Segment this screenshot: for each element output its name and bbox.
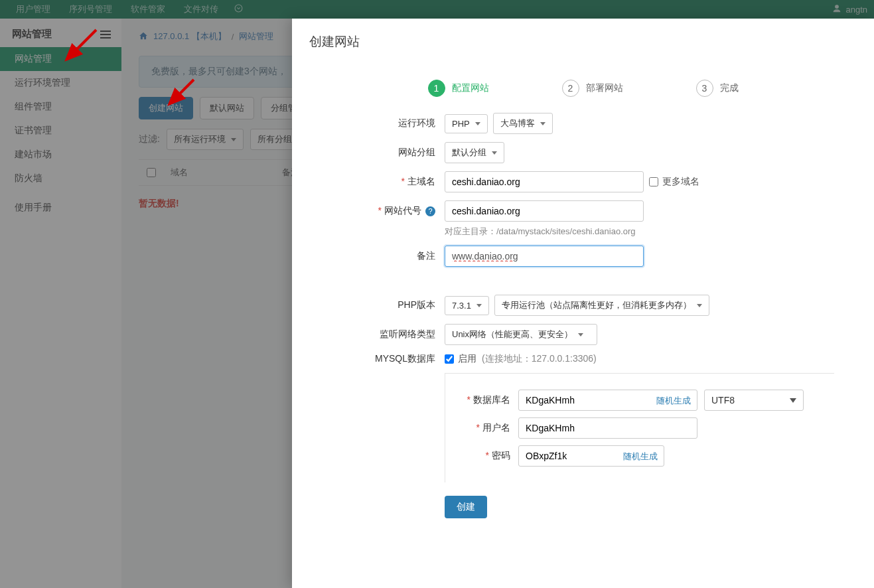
chevron-down-icon bbox=[476, 304, 482, 307]
mysql-enable-checkbox[interactable]: 启用 bbox=[445, 353, 476, 365]
dbuser-input[interactable] bbox=[518, 417, 697, 439]
chevron-down-icon bbox=[697, 304, 702, 307]
env-php-select[interactable]: PHP bbox=[445, 114, 488, 133]
label-group: 网站分组 bbox=[332, 147, 445, 159]
code-input[interactable] bbox=[445, 200, 644, 222]
env-blog-select[interactable]: 大鸟博客 bbox=[493, 113, 553, 134]
create-button[interactable]: 创建 bbox=[445, 496, 487, 518]
encoding-select[interactable]: UTF8 bbox=[704, 390, 804, 411]
note-input[interactable] bbox=[445, 246, 644, 267]
label-mysql: MYSQL数据库 bbox=[332, 353, 445, 365]
dir-hint: 对应主目录：/data/mystack/sites/ceshi.daniao.o… bbox=[445, 226, 834, 238]
label-domain: *主域名 bbox=[332, 176, 445, 188]
step-configure[interactable]: 1配置网站 bbox=[428, 80, 489, 97]
dbpass-gen-link[interactable]: 随机生成 bbox=[623, 451, 658, 463]
help-icon[interactable]: ? bbox=[425, 206, 435, 216]
label-dbpass: *密码 bbox=[456, 450, 518, 462]
domain-input[interactable] bbox=[445, 171, 644, 192]
chevron-down-icon bbox=[578, 333, 583, 336]
label-phpver: PHP版本 bbox=[332, 299, 445, 311]
label-dbuser: *用户名 bbox=[456, 422, 518, 434]
label-env: 运行环境 bbox=[332, 117, 445, 129]
label-note: 备注 bbox=[332, 250, 445, 262]
mysql-conn-hint: (连接地址：127.0.0.1:3306) bbox=[482, 353, 597, 365]
dbname-gen-link[interactable]: 随机生成 bbox=[656, 395, 691, 407]
phpver-select[interactable]: 7.3.1 bbox=[445, 296, 489, 315]
modal-title: 创建网站 bbox=[292, 19, 874, 62]
more-domains-checkbox[interactable]: 更多域名 bbox=[649, 176, 699, 188]
group-select[interactable]: 默认分组 bbox=[445, 142, 504, 163]
triangle-down-icon bbox=[790, 398, 796, 403]
chevron-down-icon bbox=[540, 122, 546, 125]
step-done[interactable]: 3完成 bbox=[696, 80, 739, 97]
label-dbname: *数据库名 bbox=[456, 394, 518, 406]
nettype-select[interactable]: Unix网络（性能更高、更安全） bbox=[445, 324, 597, 345]
steps: 1配置网站 2部署网站 3完成 bbox=[292, 80, 874, 97]
db-subform: *数据库名 随机生成 UTF8 *用户名 *密码 随机生成 bbox=[445, 373, 834, 482]
chevron-down-icon bbox=[475, 122, 480, 125]
step-deploy[interactable]: 2部署网站 bbox=[562, 80, 623, 97]
label-code: *网站代号? bbox=[332, 205, 445, 217]
label-nettype: 监听网络类型 bbox=[332, 329, 445, 340]
create-site-modal: 创建网站 1配置网站 2部署网站 3完成 运行环境 PHP 大鸟博客 网站分组 … bbox=[292, 19, 874, 588]
phppool-select[interactable]: 专用运行池（站点隔离性更好，但消耗更多内存） bbox=[494, 295, 709, 316]
chevron-down-icon bbox=[492, 151, 497, 155]
